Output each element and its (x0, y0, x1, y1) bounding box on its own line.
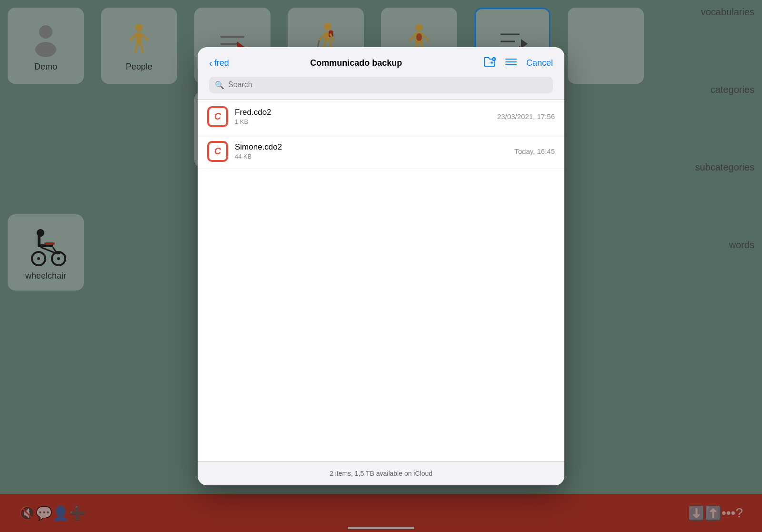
back-chevron-icon: ‹ (209, 58, 212, 69)
back-label: fred (214, 58, 229, 68)
file-icon-fred: C (207, 106, 228, 127)
file-size-simone: 44 KB (235, 153, 514, 160)
file-info-simone: Simone.cdo2 44 KB (235, 142, 514, 160)
search-input[interactable] (228, 80, 547, 89)
modal-container: ‹ fred Communicado backup (198, 47, 564, 485)
file-size-fred: 1 KB (235, 118, 497, 125)
modal-overlay: ‹ fred Communicado backup (0, 0, 762, 532)
file-item-simone[interactable]: C Simone.cdo2 44 KB Today, 16:45 (198, 134, 564, 169)
file-name-fred: Fred.cdo2 (235, 108, 497, 117)
new-folder-icon[interactable] (483, 57, 496, 70)
modal-actions: Cancel (483, 57, 553, 70)
file-icon-inner-simone: C (209, 143, 226, 160)
file-letter-fred: C (214, 111, 221, 122)
file-icon-inner-fred: C (209, 108, 226, 125)
file-name-simone: Simone.cdo2 (235, 142, 514, 152)
list-view-icon[interactable] (505, 57, 517, 70)
modal-title: Communicado backup (310, 58, 402, 68)
modal-back-button[interactable]: ‹ fred (209, 58, 229, 69)
search-icon: 🔍 (215, 80, 224, 90)
file-item-fred[interactable]: C Fred.cdo2 1 KB 23/03/2021, 17:56 (198, 100, 564, 134)
file-date-fred: 23/03/2021, 17:56 (497, 112, 555, 120)
file-icon-simone: C (207, 141, 228, 162)
file-letter-simone: C (214, 146, 221, 157)
modal-footer-text: 2 items, 1,5 TB available on iCloud (330, 470, 432, 477)
file-list: C Fred.cdo2 1 KB 23/03/2021, 17:56 C Sim… (198, 100, 564, 461)
file-date-simone: Today, 16:45 (514, 147, 555, 155)
modal-title-row: ‹ fred Communicado backup (209, 57, 553, 70)
modal-header: ‹ fred Communicado backup (198, 47, 564, 100)
modal-cancel-button[interactable]: Cancel (526, 58, 553, 68)
search-bar[interactable]: 🔍 (209, 77, 553, 93)
file-info-fred: Fred.cdo2 1 KB (235, 108, 497, 125)
modal-footer: 2 items, 1,5 TB available on iCloud (198, 461, 564, 485)
